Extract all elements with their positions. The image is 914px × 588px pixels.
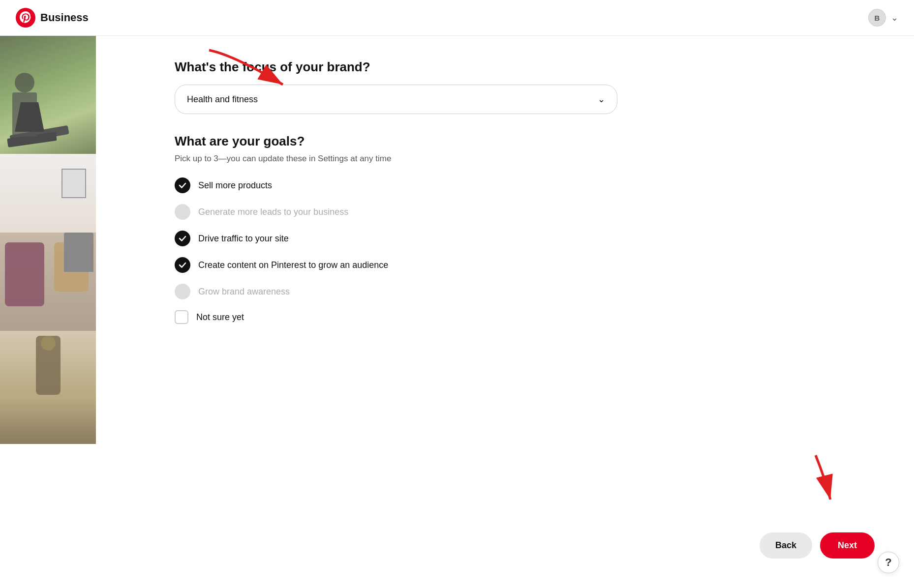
goal-label-notsure: Not sure yet — [196, 312, 244, 323]
goal-item-notsure[interactable]: Not sure yet — [175, 310, 855, 324]
dropdown-chevron-icon: ⌄ — [598, 94, 605, 105]
checkbox-checked-traffic — [175, 231, 190, 246]
checkbox-disabled-awareness — [175, 284, 190, 299]
goal-label-sell: Sell more products — [198, 180, 272, 191]
goal-item-sell[interactable]: Sell more products — [175, 177, 855, 193]
checkbox-disabled-leads — [175, 204, 190, 220]
next-arrow-annotation — [776, 450, 850, 514]
next-button[interactable]: Next — [820, 532, 875, 559]
user-menu-chevron-icon[interactable]: ⌄ — [891, 12, 898, 23]
svg-point-0 — [16, 8, 35, 28]
content-area: What's the focus of your brand? Health a… — [96, 36, 914, 588]
brand-name: Business — [40, 11, 89, 24]
image-man-backpack — [0, 331, 96, 444]
yoga-image-content — [0, 154, 96, 331]
goal-label-leads: Generate more leads to your business — [198, 207, 348, 217]
logo-area: Business — [16, 8, 89, 28]
checkbox-unchecked-notsure — [175, 310, 188, 324]
image-skateboard — [0, 36, 96, 154]
brand-focus-section: What's the focus of your brand? Health a… — [175, 59, 855, 114]
dropdown-selected-value: Health and fitness — [187, 94, 258, 105]
checkbox-checked-content — [175, 257, 190, 273]
goal-item-awareness[interactable]: Grow brand awareness — [175, 284, 855, 299]
brand-focus-title: What's the focus of your brand? — [175, 59, 855, 75]
goal-label-content: Create content on Pinterest to grow an a… — [198, 260, 388, 270]
back-button[interactable]: Back — [760, 532, 812, 559]
app-header: Business B ⌄ — [0, 0, 914, 36]
user-menu-area[interactable]: B ⌄ — [868, 9, 898, 27]
goal-label-traffic: Drive traffic to your site — [198, 234, 289, 244]
goal-item-leads[interactable]: Generate more leads to your business — [175, 204, 855, 220]
backpack-image-content — [0, 331, 96, 444]
goals-section: What are your goals? Pick up to 3—you ca… — [175, 134, 855, 324]
goals-title: What are your goals? — [175, 134, 855, 149]
goals-list: Sell more productsGenerate more leads to… — [175, 177, 855, 324]
pinterest-logo-icon — [16, 8, 35, 28]
brand-focus-dropdown[interactable]: Health and fitness ⌄ — [175, 85, 617, 114]
skateboard-image-content — [0, 36, 96, 154]
user-avatar[interactable]: B — [868, 9, 886, 27]
goal-item-traffic[interactable]: Drive traffic to your site — [175, 231, 855, 246]
goal-label-awareness: Grow brand awareness — [198, 287, 290, 297]
help-button[interactable]: ? — [878, 552, 899, 573]
image-strip — [0, 36, 96, 588]
image-yoga — [0, 154, 96, 331]
bottom-buttons: Back Next — [760, 532, 875, 559]
main-layout: What's the focus of your brand? Health a… — [0, 36, 914, 588]
goal-item-content[interactable]: Create content on Pinterest to grow an a… — [175, 257, 855, 273]
goals-subtitle: Pick up to 3—you can update these in Set… — [175, 154, 855, 164]
brand-dropdown-container: Health and fitness ⌄ — [175, 85, 855, 114]
checkbox-checked-sell — [175, 177, 190, 193]
